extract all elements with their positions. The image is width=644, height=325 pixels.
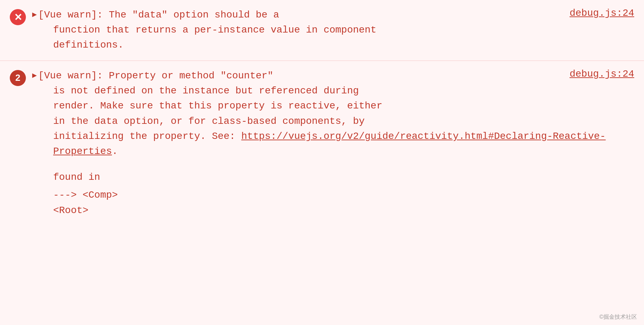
error-badge-2: 2 <box>10 70 26 86</box>
error-text2-line3: render. Make sure that this property is … <box>53 98 634 113</box>
error-text2-line1: [Vue warn]: Property or method "counter" <box>38 70 273 81</box>
found-label: found in <box>53 170 634 185</box>
first-line-row-2: ▶[Vue warn]: Property or method "counter… <box>32 69 634 83</box>
triangle-icon-2: ▶ <box>32 70 37 82</box>
error-message-2: ▶[Vue warn]: Property or method "counter… <box>32 69 569 83</box>
arrow-comp: ---> <Comp> <box>53 188 634 203</box>
error-text2-line5-text: initializing the property. See: <box>53 131 235 142</box>
triangle-icon-1: ▶ <box>32 9 37 21</box>
error-content-1: ▶[Vue warn]: The "data" option should be… <box>32 8 634 53</box>
error-text2-line2: is not defined on the instance but refer… <box>53 83 634 98</box>
console-container: ✕ ▶[Vue warn]: The "data" option should … <box>0 0 644 325</box>
arrow-root: <Root> <box>53 203 634 218</box>
error-body-2: is not defined on the instance but refer… <box>32 83 634 218</box>
error-text-line2: function that returns a per-instance val… <box>53 22 634 37</box>
watermark: ©掘金技术社区 <box>599 313 637 321</box>
error-text-line1: [Vue warn]: The "data" option should be … <box>38 9 279 20</box>
error-text2-line4: in the data option, or for class-based c… <box>53 114 634 129</box>
first-line-row-1: ▶[Vue warn]: The "data" option should be… <box>32 8 634 22</box>
error-content-2: ▶[Vue warn]: Property or method "counter… <box>32 69 634 218</box>
error-body-1: function that returns a per-instance val… <box>32 22 634 53</box>
error-block-2: 2 ▶[Vue warn]: Property or method "count… <box>0 61 644 226</box>
error-block-1: ✕ ▶[Vue warn]: The "data" option should … <box>0 0 644 61</box>
error-message-1: ▶[Vue warn]: The "data" option should be… <box>32 8 569 22</box>
url-suffix: . <box>112 146 118 157</box>
error-text2-line5: initializing the property. See: https://… <box>53 129 634 159</box>
source-link-1[interactable]: debug.js:24 <box>569 8 634 19</box>
source-link-2[interactable]: debug.js:24 <box>569 69 634 79</box>
found-section: found in ---> <Comp> <Root> <box>53 170 634 218</box>
error-text-line3: definitions. <box>53 37 634 52</box>
error-icon-x: ✕ <box>10 9 26 25</box>
